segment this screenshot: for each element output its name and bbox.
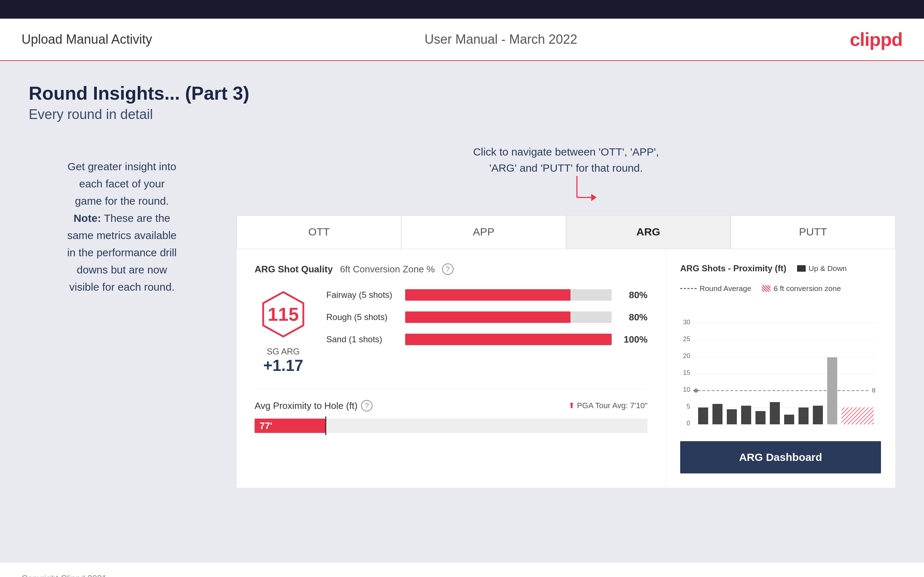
annotation-area: Click to navigate between 'OTT', 'APP', … bbox=[237, 144, 895, 212]
arg-dashboard-button[interactable]: ARG Dashboard bbox=[680, 441, 881, 474]
help-icon[interactable]: ? bbox=[442, 263, 454, 275]
svg-text:20: 20 bbox=[683, 352, 690, 359]
sand-bar bbox=[405, 334, 612, 345]
bar-9 bbox=[813, 406, 823, 424]
left-panel: Get greater insight into each facet of y… bbox=[29, 144, 215, 296]
shot-row-sand: Sand (1 shots) 100% bbox=[326, 334, 648, 345]
sg-value: +1.17 bbox=[263, 356, 303, 374]
main-content: Round Insights... (Part 3) Every round i… bbox=[0, 61, 924, 562]
legend-up-down: Up & Down bbox=[797, 264, 846, 273]
pga-icon: ⬆ bbox=[568, 401, 575, 410]
legend-conversion-zone: 6 ft conversion zone bbox=[762, 284, 841, 293]
svg-text:0: 0 bbox=[687, 420, 690, 427]
nav-arrow-icon bbox=[573, 176, 602, 212]
bar-1 bbox=[698, 408, 708, 424]
bar-10 bbox=[827, 357, 837, 424]
svg-text:10: 10 bbox=[683, 386, 690, 393]
shot-row-fairway: Fairway (5 shots) 80% bbox=[326, 289, 648, 301]
tab-ott[interactable]: OTT bbox=[237, 215, 401, 249]
card-body: ARG Shot Quality 6ft Conversion Zone % ? bbox=[237, 249, 895, 488]
proximity-bar-container: 77' bbox=[255, 419, 648, 433]
shot-quality-list: Fairway (5 shots) 80% Rough (5 shots) bbox=[326, 289, 648, 345]
card-right: ARG Shots - Proximity (ft) Up & Down Rou… bbox=[666, 249, 895, 488]
shot-row-rough: Rough (5 shots) 80% bbox=[326, 311, 648, 323]
top-bar bbox=[0, 0, 924, 19]
bar-3 bbox=[727, 409, 737, 424]
page-title: Round Insights... (Part 3) bbox=[29, 82, 895, 104]
bar-4 bbox=[741, 406, 751, 424]
rough-pct: 80% bbox=[619, 312, 648, 323]
bar-7 bbox=[784, 415, 794, 424]
sand-bar-fill bbox=[405, 334, 612, 345]
pga-avg: ⬆ PGA Tour Avg: 7'10" bbox=[568, 401, 648, 410]
svg-text:8: 8 bbox=[872, 387, 875, 394]
tab-app[interactable]: APP bbox=[401, 215, 566, 249]
legend-hatch-box bbox=[762, 285, 771, 292]
footer: Copyright Clippd 2021 bbox=[0, 562, 924, 577]
hex-score: 115 bbox=[258, 289, 309, 339]
nav-annotation: Click to navigate between 'OTT', 'APP', … bbox=[237, 144, 895, 176]
sand-pct: 100% bbox=[619, 334, 648, 345]
bar-5 bbox=[756, 411, 766, 424]
card-wrapper: Click to navigate between 'OTT', 'APP', … bbox=[237, 144, 895, 488]
svg-text:30: 30 bbox=[683, 319, 690, 326]
rough-bar bbox=[405, 311, 612, 323]
chart-header: ARG Shots - Proximity (ft) Up & Down Rou… bbox=[680, 263, 881, 293]
round-insights-card: OTT APP ARG PUTT ARG Shot Quality 6ft Co… bbox=[237, 215, 895, 488]
sg-label: SG ARG bbox=[263, 347, 303, 356]
logo: clippd bbox=[850, 29, 903, 50]
legend-dash-icon bbox=[680, 287, 697, 290]
fairway-bar-fill bbox=[405, 289, 570, 301]
rough-bar-fill bbox=[405, 311, 570, 323]
card-left: ARG Shot Quality 6ft Conversion Zone % ? bbox=[237, 249, 666, 488]
page-subtitle: Every round in detail bbox=[29, 107, 895, 122]
proximity-section: Avg Proximity to Hole (ft) ? ⬆ PGA Tour … bbox=[255, 389, 648, 433]
header: Upload Manual Activity User Manual - Mar… bbox=[0, 19, 924, 61]
proximity-header: Avg Proximity to Hole (ft) ? ⬆ PGA Tour … bbox=[255, 400, 648, 411]
document-title: User Manual - March 2022 bbox=[425, 32, 577, 47]
sand-label: Sand (1 shots) bbox=[326, 334, 398, 345]
proximity-label: Avg Proximity to Hole (ft) ? bbox=[255, 400, 373, 411]
sg-arg-section: SG ARG +1.17 bbox=[263, 347, 303, 374]
proximity-help-icon[interactable]: ? bbox=[361, 400, 373, 411]
upload-label[interactable]: Upload Manual Activity bbox=[21, 32, 152, 47]
content-layout: Get greater insight into each facet of y… bbox=[29, 144, 895, 488]
proximity-cursor bbox=[325, 416, 326, 435]
tab-putt[interactable]: PUTT bbox=[731, 215, 895, 249]
fairway-bar bbox=[405, 289, 612, 301]
bar-8 bbox=[798, 408, 809, 424]
tab-arg[interactable]: ARG bbox=[566, 215, 731, 249]
arg-chart-svg: 0 5 10 15 20 25 30 bbox=[680, 303, 881, 433]
tabs-container: OTT APP ARG PUTT bbox=[237, 215, 895, 249]
chart-area: 0 5 10 15 20 25 30 bbox=[680, 303, 881, 434]
insight-text: Get greater insight into each facet of y… bbox=[29, 158, 215, 296]
bar-2 bbox=[712, 404, 722, 424]
svg-text:15: 15 bbox=[683, 369, 690, 376]
svg-marker-2 bbox=[591, 194, 597, 201]
fairway-label: Fairway (5 shots) bbox=[326, 290, 398, 300]
shot-quality-label: ARG Shot Quality bbox=[255, 264, 333, 275]
conversion-zone-label: 6ft Conversion Zone % bbox=[340, 264, 435, 275]
rough-label: Rough (5 shots) bbox=[326, 312, 398, 322]
proximity-bar-fill: 77' bbox=[255, 419, 325, 433]
hatch-zone bbox=[842, 408, 874, 424]
chart-title: ARG Shots - Proximity (ft) bbox=[680, 263, 786, 274]
legend-box-up-down bbox=[797, 265, 806, 272]
svg-text:5: 5 bbox=[687, 403, 690, 410]
copyright-text: Copyright Clippd 2021 bbox=[21, 574, 107, 577]
bar-6 bbox=[770, 402, 780, 424]
svg-marker-21 bbox=[693, 388, 699, 393]
section-header: ARG Shot Quality 6ft Conversion Zone % ? bbox=[255, 263, 648, 275]
note-label: Note: bbox=[74, 212, 101, 224]
hex-value: 115 bbox=[268, 303, 299, 325]
svg-text:25: 25 bbox=[683, 335, 690, 343]
legend-round-avg: Round Average bbox=[680, 284, 751, 293]
fairway-pct: 80% bbox=[619, 290, 648, 301]
